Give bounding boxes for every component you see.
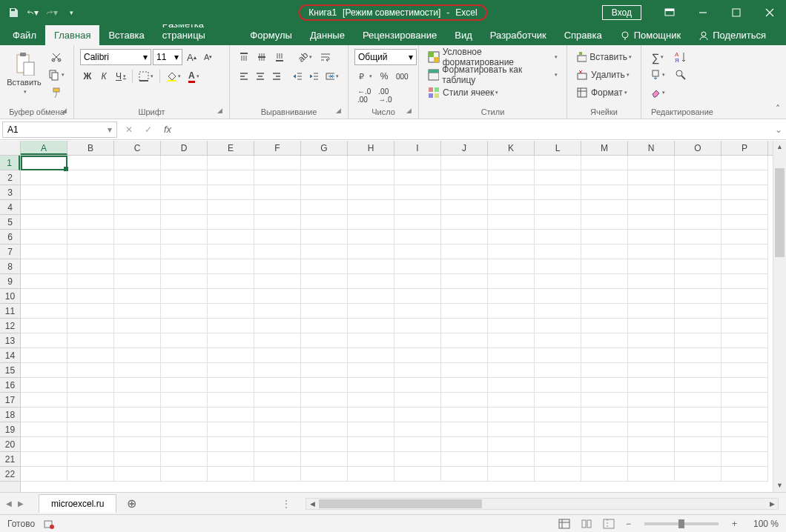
cell[interactable]: [628, 170, 675, 185]
cell[interactable]: [161, 363, 208, 378]
cell[interactable]: [628, 393, 675, 408]
cell[interactable]: [535, 348, 581, 363]
cell[interactable]: [628, 230, 675, 245]
cell[interactable]: [721, 215, 768, 230]
tab-insert[interactable]: Вставка: [99, 25, 153, 45]
cell[interactable]: [114, 319, 161, 333]
cell[interactable]: [114, 348, 161, 363]
cell[interactable]: [67, 408, 114, 422]
cell[interactable]: [208, 304, 254, 319]
cell[interactable]: [21, 452, 67, 467]
paste-button[interactable]: Вставить ▾: [6, 49, 42, 98]
wrap-text-button[interactable]: [317, 49, 334, 65]
col-header[interactable]: K: [488, 141, 535, 155]
cell[interactable]: [114, 333, 161, 348]
cell[interactable]: [581, 437, 628, 452]
cell[interactable]: [67, 304, 114, 319]
cell[interactable]: [161, 348, 208, 363]
redo-icon[interactable]: ▾: [46, 7, 58, 19]
cell[interactable]: [301, 378, 348, 393]
font-size-combo[interactable]: 11▾: [153, 49, 182, 65]
cell[interactable]: [21, 467, 67, 482]
cell[interactable]: [67, 170, 114, 185]
cell[interactable]: [628, 215, 675, 230]
cell[interactable]: [161, 156, 208, 170]
cell[interactable]: [254, 333, 301, 348]
cell[interactable]: [488, 304, 535, 319]
normal-view-icon[interactable]: [556, 517, 572, 531]
cell[interactable]: [441, 245, 488, 259]
cell[interactable]: [301, 245, 348, 259]
cell[interactable]: [535, 289, 581, 304]
undo-icon[interactable]: ▾: [27, 7, 39, 19]
cell[interactable]: [394, 289, 441, 304]
row-header[interactable]: 1: [0, 156, 20, 170]
cell[interactable]: [348, 363, 394, 378]
align-top-button[interactable]: [236, 49, 252, 65]
cell[interactable]: [21, 259, 67, 274]
cell[interactable]: [535, 393, 581, 408]
cell[interactable]: [208, 348, 254, 363]
cell[interactable]: [301, 185, 348, 200]
align-center-button[interactable]: [252, 68, 267, 84]
sheet-next-icon[interactable]: ▶: [18, 499, 24, 508]
cell[interactable]: [301, 348, 348, 363]
font-name-combo[interactable]: Calibri▾: [80, 49, 151, 65]
qat-customize-icon[interactable]: ▾: [65, 7, 77, 19]
col-header[interactable]: I: [394, 141, 441, 155]
cell[interactable]: [581, 156, 628, 170]
tab-view[interactable]: Вид: [446, 25, 481, 45]
row-header[interactable]: 12: [0, 319, 20, 333]
cell[interactable]: [301, 393, 348, 408]
formula-input[interactable]: [177, 122, 771, 138]
cell[interactable]: [348, 378, 394, 393]
cell[interactable]: [488, 378, 535, 393]
cell[interactable]: [21, 170, 67, 185]
cell[interactable]: [488, 274, 535, 289]
cell[interactable]: [535, 215, 581, 230]
cell[interactable]: [67, 230, 114, 245]
cell[interactable]: [488, 185, 535, 200]
login-button[interactable]: Вход: [602, 5, 641, 20]
cell[interactable]: [208, 378, 254, 393]
cell[interactable]: [394, 333, 441, 348]
page-break-view-icon[interactable]: [601, 517, 617, 531]
cell[interactable]: [581, 363, 628, 378]
cell[interactable]: [441, 156, 488, 170]
cell[interactable]: [301, 215, 348, 230]
cell[interactable]: [21, 156, 67, 170]
cell[interactable]: [488, 215, 535, 230]
cell[interactable]: [254, 170, 301, 185]
scroll-down-icon[interactable]: ▼: [773, 479, 786, 492]
row-header[interactable]: 13: [0, 333, 20, 348]
cell[interactable]: [161, 215, 208, 230]
cell[interactable]: [301, 200, 348, 215]
cell[interactable]: [488, 333, 535, 348]
scroll-right-icon[interactable]: ▶: [766, 499, 778, 509]
save-icon[interactable]: [7, 7, 19, 19]
cell[interactable]: [535, 319, 581, 333]
cell[interactable]: [254, 185, 301, 200]
cell[interactable]: [114, 304, 161, 319]
cell[interactable]: [675, 185, 721, 200]
cell[interactable]: [21, 230, 67, 245]
cell[interactable]: [161, 230, 208, 245]
cell[interactable]: [721, 378, 768, 393]
cell[interactable]: [114, 437, 161, 452]
cell[interactable]: [208, 259, 254, 274]
cell[interactable]: [488, 259, 535, 274]
cell[interactable]: [348, 289, 394, 304]
row-header[interactable]: 11: [0, 304, 20, 319]
cell[interactable]: [254, 200, 301, 215]
cell[interactable]: [348, 467, 394, 482]
cell[interactable]: [67, 215, 114, 230]
cell[interactable]: [348, 333, 394, 348]
row-header[interactable]: 17: [0, 393, 20, 408]
number-format-combo[interactable]: Общий▾: [354, 49, 417, 65]
cell[interactable]: [348, 185, 394, 200]
cell[interactable]: [628, 408, 675, 422]
cell[interactable]: [348, 259, 394, 274]
cell[interactable]: [161, 452, 208, 467]
row-header[interactable]: 22: [0, 467, 20, 482]
cell[interactable]: [67, 467, 114, 482]
